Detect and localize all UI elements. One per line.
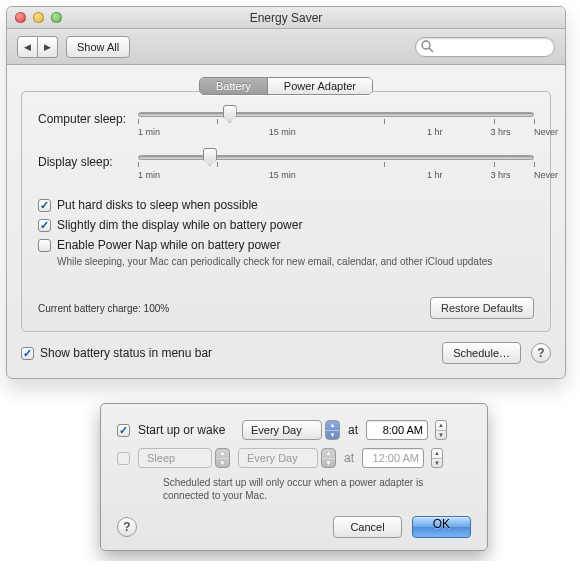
- computer-sleep-label: Computer sleep:: [38, 112, 138, 126]
- search-input[interactable]: [415, 37, 555, 57]
- toolbar: ◀ ▶ Show All: [7, 29, 565, 65]
- help-button[interactable]: ?: [531, 343, 551, 363]
- dim-display-checkbox[interactable]: [38, 219, 51, 232]
- window-title: Energy Saver: [250, 11, 323, 25]
- svg-line-1: [429, 48, 433, 52]
- tab-power-adapter[interactable]: Power Adapter: [267, 78, 372, 94]
- zoom-icon[interactable]: [51, 12, 62, 23]
- titlebar: Energy Saver: [7, 7, 565, 29]
- power-nap-label: Enable Power Nap while on battery power: [57, 238, 280, 252]
- sheet-help-button[interactable]: ?: [117, 517, 137, 537]
- menubar-status-checkbox[interactable]: [21, 347, 34, 360]
- show-all-button[interactable]: Show All: [66, 36, 130, 58]
- tab-battery[interactable]: Battery: [200, 78, 267, 94]
- startup-time-stepper[interactable]: ▲▼: [435, 420, 447, 440]
- menubar-status-label: Show battery status in menu bar: [40, 346, 212, 360]
- startup-checkbox[interactable]: [117, 424, 130, 437]
- minimize-icon[interactable]: [33, 12, 44, 23]
- schedule-note: Scheduled start up will only occur when …: [163, 476, 471, 502]
- sleep-checkbox[interactable]: [117, 452, 130, 465]
- back-button[interactable]: ◀: [17, 36, 38, 58]
- hdd-sleep-checkbox[interactable]: [38, 199, 51, 212]
- restore-defaults-button[interactable]: Restore Defaults: [430, 297, 534, 319]
- power-nap-checkbox[interactable]: [38, 239, 51, 252]
- sleep-action-select[interactable]: Sleep: [138, 448, 212, 468]
- computer-sleep-slider[interactable]: 1 min 15 min 1 hr 3 hrs Never: [138, 112, 534, 137]
- close-icon[interactable]: [15, 12, 26, 23]
- svg-point-0: [422, 41, 430, 49]
- startup-time-field[interactable]: [366, 420, 428, 440]
- display-sleep-slider[interactable]: 1 min 15 min 1 hr 3 hrs Never: [138, 155, 534, 180]
- startup-label: Start up or wake: [138, 423, 234, 437]
- sleep-time-stepper[interactable]: ▲▼: [431, 448, 443, 468]
- hdd-sleep-label: Put hard disks to sleep when possible: [57, 198, 258, 212]
- cancel-button[interactable]: Cancel: [333, 516, 401, 538]
- power-nap-note: While sleeping, your Mac can periodicall…: [57, 256, 534, 267]
- schedule-button[interactable]: Schedule…: [442, 342, 521, 364]
- sleep-day-stepper[interactable]: ▲▼: [321, 448, 336, 468]
- forward-button[interactable]: ▶: [38, 36, 58, 58]
- energy-saver-window: Energy Saver ◀ ▶ Show All Battery Power …: [6, 6, 566, 379]
- sleep-time-field[interactable]: [362, 448, 424, 468]
- schedule-sheet: Start up or wake Every Day ▲▼ at ▲▼ Slee…: [100, 403, 488, 551]
- battery-charge-status: Current battery charge: 100%: [38, 303, 169, 314]
- ok-button[interactable]: OK: [412, 516, 471, 538]
- power-source-tabs: Battery Power Adapter: [199, 77, 373, 95]
- sleep-day-select[interactable]: Every Day: [238, 448, 318, 468]
- sleep-action-stepper[interactable]: ▲▼: [215, 448, 230, 468]
- startup-day-select[interactable]: Every Day: [242, 420, 322, 440]
- search-icon: [421, 40, 434, 55]
- startup-day-stepper[interactable]: ▲▼: [325, 420, 340, 440]
- dim-display-label: Slightly dim the display while on batter…: [57, 218, 302, 232]
- display-sleep-label: Display sleep:: [38, 155, 138, 169]
- settings-group: Computer sleep: 1 min 15 min 1 hr 3 hrs …: [21, 91, 551, 332]
